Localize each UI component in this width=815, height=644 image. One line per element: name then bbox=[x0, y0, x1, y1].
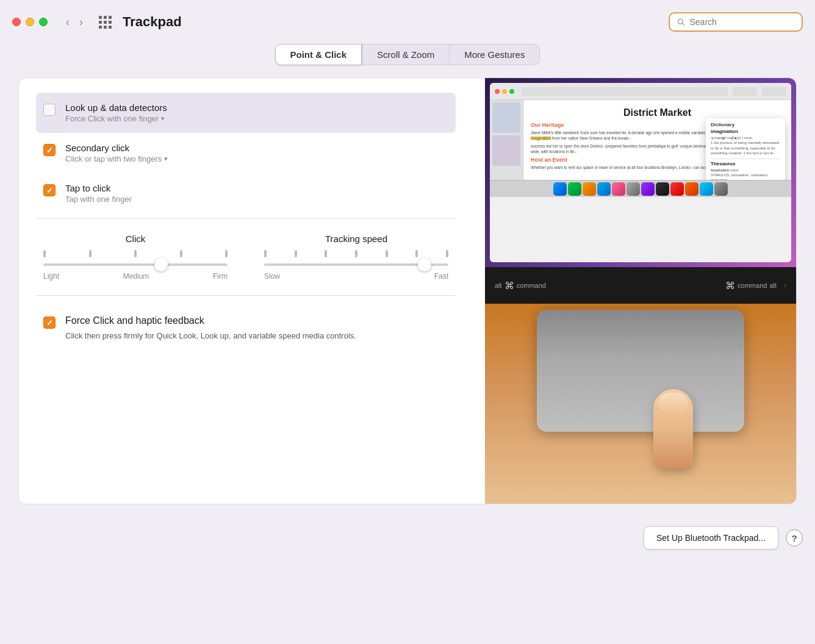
thes-title: Thesaurus bbox=[711, 161, 780, 166]
dock-icon-extra1 bbox=[685, 182, 698, 196]
bottom-bar: Set Up Bluetooth Trackpad... ? bbox=[0, 517, 815, 559]
tracking-slider[interactable] bbox=[264, 263, 448, 266]
force-click-checkbox[interactable] bbox=[43, 317, 56, 329]
right-keys: ⌘ command alt › bbox=[725, 280, 786, 292]
setting-lookup: Look up & data detectors Force Click wit… bbox=[36, 93, 456, 133]
tracking-slider-group: Tracking speed Slow Fast bbox=[264, 234, 448, 281]
window-controls bbox=[12, 18, 48, 26]
command-label-right: command bbox=[738, 282, 767, 289]
dock-icon-settings bbox=[670, 182, 684, 196]
tap-to-click-checkbox[interactable] bbox=[43, 184, 56, 196]
tap-to-click-title: Tap to click bbox=[65, 183, 132, 193]
secondary-click-checkbox[interactable] bbox=[43, 144, 56, 156]
forward-button[interactable]: › bbox=[76, 15, 87, 30]
tab-scroll-zoom[interactable]: Scroll & Zoom bbox=[362, 44, 450, 65]
alt-key-left: alt bbox=[495, 282, 502, 289]
dictionary-popup: Dictionary imagination /ɪˌmædʒɪˈneɪʃ(ə)n… bbox=[706, 118, 785, 180]
secondary-click-checkbox-wrapper bbox=[43, 144, 57, 157]
mac-screen-preview: District Market Our Heritage Janet Mille… bbox=[485, 78, 796, 267]
divider-2 bbox=[36, 295, 456, 296]
tap-to-click-text: Tap to click Tap with one finger bbox=[65, 183, 132, 204]
dict-definition: /ɪˌmædʒɪˈneɪʃ(ə)n/ | noun 1 the process … bbox=[711, 135, 780, 156]
minimize-button[interactable] bbox=[26, 18, 34, 26]
force-click-title: Force Click and haptic feedback bbox=[65, 315, 356, 326]
tap-to-click-subtitle: Tap with one finger bbox=[65, 195, 132, 204]
dock-icon-mail bbox=[597, 182, 611, 196]
force-click-text: Force Click and haptic feedback Click th… bbox=[65, 315, 356, 342]
left-keys: alt ⌘ command bbox=[495, 280, 546, 292]
click-mid-label: Medium bbox=[123, 272, 149, 281]
pages-toolbar bbox=[490, 83, 791, 100]
command-symbol-left: ⌘ bbox=[504, 280, 514, 292]
setting-tap-to-click: Tap to click Tap with one finger bbox=[36, 173, 456, 213]
secondary-click-title: Secondary click bbox=[65, 143, 168, 153]
maximize-button[interactable] bbox=[39, 18, 48, 26]
dock-icon-podcasts bbox=[641, 182, 655, 196]
click-slider-label: Click bbox=[43, 234, 228, 244]
click-max-label: Firm bbox=[213, 272, 228, 281]
command-label-left: command bbox=[517, 282, 546, 289]
divider-1 bbox=[36, 218, 456, 219]
fn-key: › bbox=[784, 281, 786, 290]
pages-document: District Market Our Heritage Janet Mille… bbox=[523, 100, 791, 180]
pages-close-dot bbox=[495, 89, 500, 94]
dock-icon-appstore bbox=[656, 182, 669, 196]
tracking-max-label: Fast bbox=[434, 272, 448, 281]
thes-word: Inspiration noun STIMULUS, stimulation, … bbox=[711, 168, 780, 181]
search-input[interactable] bbox=[690, 17, 795, 27]
secondary-click-dropdown-arrow[interactable]: ▾ bbox=[164, 155, 168, 163]
lookup-subtitle: Force Click with one finger ▾ bbox=[65, 114, 167, 123]
dock-icon-messages bbox=[568, 182, 581, 196]
click-slider-group: Click Light Medium Firm bbox=[43, 234, 228, 281]
search-box[interactable] bbox=[669, 12, 803, 32]
force-click-description: Click then press firmly for Quick Look, … bbox=[65, 330, 356, 342]
click-slider[interactable] bbox=[43, 263, 228, 266]
tab-more-gestures[interactable]: More Gestures bbox=[450, 44, 540, 65]
tracking-slider-label: Tracking speed bbox=[264, 234, 448, 244]
close-button[interactable] bbox=[12, 18, 21, 26]
dock-icon-photos bbox=[612, 182, 625, 196]
tracking-min-label: Slow bbox=[264, 272, 280, 281]
preview-panel: District Market Our Heritage Janet Mille… bbox=[485, 78, 796, 504]
content-panel: Look up & data detectors Force Click wit… bbox=[18, 77, 797, 504]
click-slider-labels: Light Medium Firm bbox=[43, 272, 228, 281]
trackpad-area bbox=[485, 304, 796, 504]
dock-icon-extra3 bbox=[714, 182, 728, 196]
sliders-section: Click Light Medium Firm bbox=[36, 224, 456, 290]
nav-arrows: ‹ › bbox=[62, 15, 87, 30]
dock-icon-safari bbox=[583, 182, 596, 196]
help-button[interactable]: ? bbox=[786, 529, 803, 546]
svg-line-1 bbox=[682, 23, 684, 25]
dock-icon-finder bbox=[553, 182, 567, 196]
pages-min-dot bbox=[502, 89, 507, 94]
command-symbol-right: ⌘ bbox=[725, 280, 735, 292]
pages-content-area: District Market Our Heritage Janet Mille… bbox=[490, 100, 791, 180]
app-grid-icon[interactable] bbox=[99, 16, 112, 29]
tap-to-click-checkbox-wrapper bbox=[43, 184, 57, 198]
lookup-title: Look up & data detectors bbox=[65, 102, 167, 113]
alt-key-right: alt bbox=[769, 282, 777, 289]
dict-title-label: Dictionary bbox=[711, 122, 780, 127]
dock-icon-music bbox=[627, 182, 640, 196]
setting-force-click: Force Click and haptic feedback Click th… bbox=[36, 306, 456, 352]
keyboard-strip: alt ⌘ command ⌘ command alt › bbox=[485, 267, 796, 304]
setting-secondary-click: Secondary click Click or tap with two fi… bbox=[36, 133, 456, 173]
pages-sidebar bbox=[490, 100, 523, 180]
force-click-checkbox-wrapper bbox=[43, 317, 57, 330]
page-title: Trackpad bbox=[123, 14, 182, 30]
dict-word: imagination bbox=[711, 129, 780, 134]
back-button[interactable]: ‹ bbox=[62, 15, 73, 30]
dock-icon-extra2 bbox=[700, 182, 713, 196]
pages-dock bbox=[490, 180, 791, 197]
lookup-dropdown-arrow[interactable]: ▾ bbox=[161, 115, 165, 123]
main-content: Point & Click Scroll & Zoom More Gesture… bbox=[0, 44, 815, 517]
tab-point-click[interactable]: Point & Click bbox=[275, 44, 362, 65]
bluetooth-trackpad-button[interactable]: Set Up Bluetooth Trackpad... bbox=[644, 526, 778, 549]
district-market-title: District Market bbox=[531, 107, 784, 118]
titlebar: ‹ › Trackpad bbox=[0, 0, 815, 44]
secondary-click-subtitle: Click or tap with two fingers ▾ bbox=[65, 154, 168, 163]
lookup-text: Look up & data detectors Force Click wit… bbox=[65, 102, 167, 123]
pages-max-dot bbox=[509, 89, 514, 94]
lookup-checkbox[interactable] bbox=[43, 104, 56, 116]
tabs-container: Point & Click Scroll & Zoom More Gesture… bbox=[18, 44, 797, 65]
